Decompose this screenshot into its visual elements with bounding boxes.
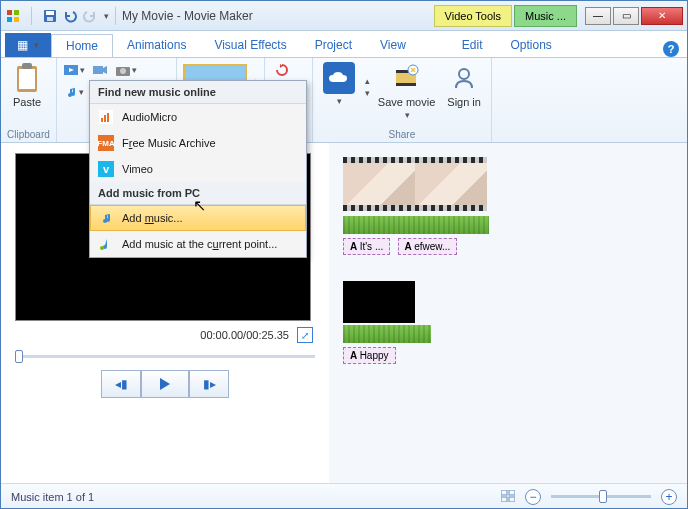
menu-item-vimeo[interactable]: v Vimeo [90,156,306,182]
titlebar: ▾ My Movie - Movie Maker Video Tools Mus… [1,1,687,31]
zoom-handle[interactable] [599,490,607,503]
tab-view[interactable]: View [366,33,420,57]
close-button[interactable]: ✕ [641,7,683,25]
undo-icon[interactable] [62,8,78,24]
video-clip[interactable]: A Happy [343,281,431,364]
onedrive-button[interactable]: ▾ [319,60,359,108]
redo-icon[interactable] [82,8,98,24]
svg-rect-0 [7,10,12,15]
quick-access-toolbar: ▾ [5,7,109,25]
tab-project[interactable]: Project [301,33,366,57]
tab-animations[interactable]: Animations [113,33,200,57]
tab-home[interactable]: Home [51,34,113,58]
thumbnails-view-icon[interactable] [501,490,515,504]
add-music-dropdown: Find new music online AudioMicro FMA Fre… [89,80,307,258]
menu-item-add-music-current-point[interactable]: Add music at the current point... [90,231,306,257]
svg-point-24 [100,246,104,250]
svg-rect-25 [501,490,507,495]
qat-dropdown-icon[interactable]: ▾ [104,11,109,21]
menu-item-free-music-archive[interactable]: FMA Free Music Archive [90,130,306,156]
svg-rect-2 [7,17,12,22]
add-videos-button[interactable]: ▾ [63,60,85,80]
svg-point-19 [459,69,469,79]
share-down-icon[interactable]: ▾ [365,88,370,98]
status-text: Music item 1 of 1 [11,491,94,503]
svg-rect-8 [19,69,35,89]
timeline-pane[interactable]: A It's ... A efwew... A Happy [329,143,687,483]
ribbon-group-clipboard: Paste Clipboard [1,58,57,142]
dropdown-header-pc: Add music from PC [90,182,306,205]
svg-rect-1 [14,10,19,15]
next-frame-button[interactable]: ▮▸ [189,370,229,398]
audio-track[interactable] [343,216,489,234]
svg-rect-28 [509,497,515,502]
save-movie-icon [391,62,423,94]
video-clip[interactable]: A It's ... A efwew... [343,157,489,255]
zoom-out-button[interactable]: − [525,489,541,505]
context-tab-video-tools[interactable]: Video Tools [434,5,512,27]
svg-rect-26 [509,490,515,495]
save-icon[interactable] [42,8,58,24]
svg-point-13 [120,68,126,74]
rotate-button[interactable] [271,60,293,80]
svg-rect-23 [107,113,109,122]
time-display: 00:00.00/00:25.35 [200,329,289,341]
audio-track[interactable] [343,325,431,343]
fullscreen-icon[interactable]: ⤢ [297,327,313,343]
tab-visual-effects[interactable]: Visual Effects [200,33,300,57]
playback-controls: ◂▮ ▮▸ [15,370,315,398]
audiomicro-icon [98,109,114,125]
svg-rect-21 [101,118,103,122]
tab-options[interactable]: Options [497,33,566,57]
music-note-point-icon [98,236,114,252]
webcam-button[interactable] [89,60,111,80]
caption-item[interactable]: A It's ... [343,238,390,255]
dropdown-header-online: Find new music online [90,81,306,104]
tab-edit[interactable]: Edit [448,33,497,57]
snapshot-button[interactable]: ▾ [115,60,137,80]
svg-rect-9 [22,63,32,69]
save-movie-button[interactable]: Save movie▾ [374,60,439,122]
share-up-icon[interactable]: ▴ [365,76,370,86]
menu-item-add-music[interactable]: Add music... [90,205,306,231]
zoom-slider[interactable] [551,495,651,498]
group-label-clipboard: Clipboard [7,127,50,142]
scrub-handle[interactable] [15,350,23,363]
sign-in-icon [448,62,480,94]
prev-frame-button[interactable]: ◂▮ [101,370,141,398]
svg-rect-17 [396,83,416,86]
window-title: My Movie - Movie Maker [122,9,253,23]
play-button[interactable] [141,370,189,398]
svg-rect-11 [93,66,103,74]
app-icon [5,8,21,24]
maximize-button[interactable]: ▭ [613,7,639,25]
sign-in-button[interactable]: Sign in [443,60,485,110]
svg-rect-22 [104,115,106,122]
zoom-in-button[interactable]: + [661,489,677,505]
caption-item[interactable]: A Happy [343,347,396,364]
svg-rect-5 [46,11,54,15]
statusbar: Music item 1 of 1 − + [1,483,687,509]
timeline-row-1: A It's ... A efwew... [343,157,673,255]
context-tab-music-tools[interactable]: Music ... [514,5,577,27]
add-music-button[interactable]: ▾ [63,82,85,102]
ribbon-group-share: ▾ ▴ ▾ Save movie▾ Sign in Share [313,58,492,142]
scrub-bar[interactable] [15,355,315,358]
caption-item[interactable]: A efwew... [398,238,458,255]
minimize-button[interactable]: — [585,7,611,25]
svg-rect-27 [501,497,507,502]
help-icon[interactable]: ? [663,41,679,57]
file-menu-button[interactable]: ▦▾ [5,33,51,57]
ribbon: Paste Clipboard ▾ ▾ A▾ ▾ ▴ ▾ [1,57,687,143]
ribbon-tabbar: ▦▾ Home Animations Visual Effects Projec… [1,31,687,57]
menu-item-audiomicro[interactable]: AudioMicro [90,104,306,130]
onedrive-icon [323,62,355,94]
svg-rect-3 [14,17,19,22]
clipboard-icon [11,62,43,94]
group-label-share: Share [319,127,485,142]
paste-button[interactable]: Paste [7,60,47,110]
music-note-icon [98,210,114,226]
fma-icon: FMA [98,135,114,151]
timeline-row-2: A Happy [343,281,673,364]
svg-rect-6 [47,17,53,21]
